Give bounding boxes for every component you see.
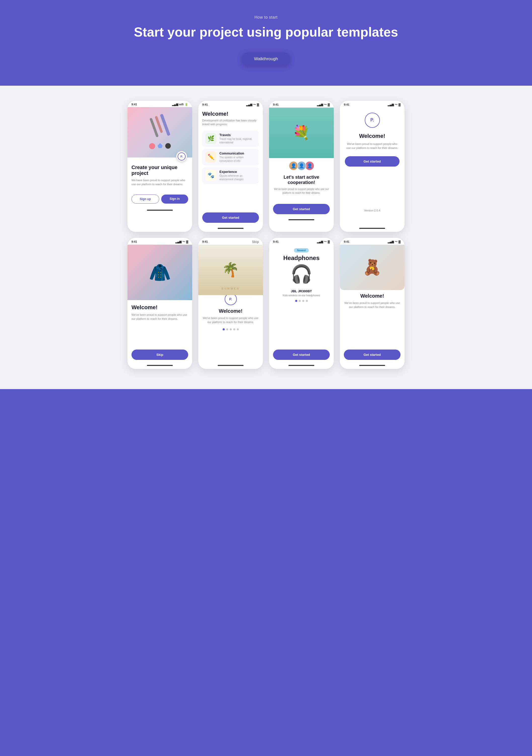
phone-4: 9:41 ▂▄▆ 〜 ▓ P. Welcome! We've been prou…: [340, 101, 405, 232]
dot-1: [223, 328, 225, 330]
phone3-heading: Let's start active cooperation!: [273, 175, 330, 185]
status-bar-1: 9:41 ▂▄▆ wifi 🔋: [127, 101, 192, 107]
wifi-4: 〜: [395, 103, 397, 107]
walkthrough-button[interactable]: Walkthrough: [242, 52, 291, 66]
status-bar-8: 9:41 ▂▄▆ 〜 ▓: [340, 238, 405, 245]
battery-8: ▓: [398, 240, 401, 243]
home-bar-7: [288, 365, 314, 366]
feature-experience: 🐾 Experience Occurs whenever an environm…: [202, 167, 259, 184]
signal-4: ▂▄▆: [388, 103, 394, 106]
phone-grid: 9:41 ▂▄▆ wifi 🔋: [127, 101, 405, 369]
battery-7: ▓: [328, 240, 330, 243]
child-icon: 🧸: [363, 258, 382, 276]
signal-8: ▂▄▆: [388, 240, 394, 243]
signal-7: ▂▄▆: [317, 240, 323, 243]
dot-7-1: [295, 300, 297, 302]
phone2-cta[interactable]: Get started: [202, 212, 259, 223]
wifi-icon: wifi: [179, 103, 184, 106]
signal-3: ▂▄▆: [317, 103, 323, 106]
hero-title: Start your project using popular templat…: [10, 25, 522, 40]
status-icons-4: ▂▄▆ 〜 ▓: [388, 103, 401, 107]
status-bar-5: 9:41 ▂▄▆ 〜 ▓: [127, 238, 192, 245]
wifi-8: 〜: [395, 240, 397, 244]
wifi-2: 〜: [253, 103, 256, 107]
travels-title: Travels: [219, 133, 256, 137]
signal-icon: ▂▄▆: [172, 103, 178, 106]
phone6-content: P. Welcome! We've been proud to support …: [198, 295, 263, 363]
status-bar-7: 9:41 ▂▄▆ 〜 ▓: [269, 238, 334, 245]
home-bar-1: [147, 210, 173, 211]
home-bar-4: [359, 228, 385, 229]
phone-7: 9:41 ▂▄▆ 〜 ▓ Newest Headphones 🎧 JBL JR3…: [269, 238, 334, 369]
dot-3: [230, 328, 232, 330]
phone8-body: We've been proud to support people who u…: [344, 301, 401, 309]
phone8-content: Welcome! We've been proud to support peo…: [340, 290, 405, 346]
dot-7-2: [299, 300, 301, 302]
phone1-heading: Create your unique project: [131, 165, 188, 176]
headphone-icon: 🎧: [290, 264, 312, 284]
dot-4: [233, 328, 235, 330]
phone5-cta[interactable]: Skip: [131, 350, 188, 360]
phone2-subtitle: Development of civilization has been clo…: [202, 119, 259, 126]
phone7-cta[interactable]: Get started: [273, 350, 330, 360]
signup-button[interactable]: Sign up: [131, 195, 159, 203]
exp-desc: Occurs whenever an environment changes: [219, 174, 256, 181]
status-icons-3: ▂▄▆ 〜 ▓: [317, 103, 330, 107]
product-name: JBL JR300BT: [273, 289, 330, 293]
status-bar-4: 9:41 ▂▄▆ 〜 ▓: [340, 101, 405, 108]
dot-7-3: [302, 300, 304, 302]
battery-4: ▓: [398, 103, 401, 106]
headphone-image: 🎧: [286, 264, 317, 286]
girl-icon: 🧥: [149, 262, 171, 283]
signin-button[interactable]: Sign in: [161, 195, 188, 203]
wifi-7: 〜: [324, 240, 327, 244]
skip-label[interactable]: Skip: [252, 240, 259, 244]
battery-5: ▓: [186, 240, 188, 243]
status-bar-3: 9:41 ▂▄▆ 〜 ▓: [269, 101, 334, 108]
phone4-content: P. Welcome! We've been proud to support …: [340, 108, 405, 226]
newest-badge: Newest: [294, 248, 309, 253]
comm-desc: The spoken or written conveyance of info: [219, 156, 256, 163]
time-3: 9:41: [273, 103, 279, 106]
hero-section: How to start Start your project using po…: [0, 0, 532, 86]
signal-2: ▂▄▆: [246, 103, 252, 106]
exp-title: Experience: [219, 170, 256, 174]
status-bar-6: 9:41 Skip: [198, 238, 263, 245]
home-bar-8: [359, 365, 385, 366]
phone5-heading: Welcome!: [131, 304, 188, 311]
phone-5: 9:41 ▂▄▆ 〜 ▓ 🧥 Welcome! We've been proud…: [127, 238, 192, 369]
feature-communication: ✏️ Communication The spoken or written c…: [202, 149, 259, 165]
summer-text: SUMMER: [222, 287, 240, 290]
phone8-heading: Welcome!: [344, 293, 401, 299]
phone-2: 9:41 ▂▄▆ 〜 ▓ Welcome! Development of civ…: [198, 101, 263, 232]
phone6-heading: Welcome!: [202, 308, 259, 314]
time-8: 9:41: [344, 240, 349, 243]
phone4-cta[interactable]: Get started: [345, 156, 400, 167]
phone5-text: Welcome! We've been proud to support peo…: [127, 300, 192, 346]
phone6-body: We've been proud to support people who u…: [202, 316, 259, 324]
phone3-cta[interactable]: Get started: [273, 204, 330, 214]
exp-text: Experience Occurs whenever an environmen…: [219, 170, 256, 181]
dot-2: [226, 328, 228, 330]
status-icons-7: ▂▄▆ 〜 ▓: [317, 240, 330, 244]
time-4: 9:41: [344, 103, 349, 106]
palm-icon: 🌴: [222, 261, 239, 278]
phone8-image: 🧸: [340, 245, 405, 290]
phone4-body: We've been proud to support people who u…: [345, 142, 400, 150]
status-icons-5: ▂▄▆ 〜 ▓: [175, 240, 188, 244]
comm-text: Communication The spoken or written conv…: [219, 151, 256, 163]
phone7-content: Newest Headphones 🎧 JBL JR300BT Kids wir…: [269, 245, 334, 346]
phone-6: 9:41 Skip 🌴 SUMMER P. Welcome! We've bee…: [198, 238, 263, 369]
phone3-text: Let's start active cooperation! We've be…: [269, 173, 334, 201]
status-icons-2: ▂▄▆ 〜 ▓: [246, 103, 259, 107]
version-text: Version 2.0.4: [364, 208, 380, 215]
status-bar-2: 9:41 ▂▄▆ 〜 ▓: [198, 101, 263, 108]
main-content: 9:41 ▂▄▆ wifi 🔋: [0, 86, 532, 389]
battery-2: ▓: [257, 103, 259, 106]
phone8-cta[interactable]: Get started: [344, 350, 401, 360]
phone4-logo: P.: [365, 113, 380, 128]
time-1: 9:41: [131, 103, 137, 106]
wifi-5: 〜: [182, 240, 185, 244]
phone3-avatars: 👤 👤 👤: [269, 158, 334, 173]
battery-3: ▓: [328, 103, 330, 106]
